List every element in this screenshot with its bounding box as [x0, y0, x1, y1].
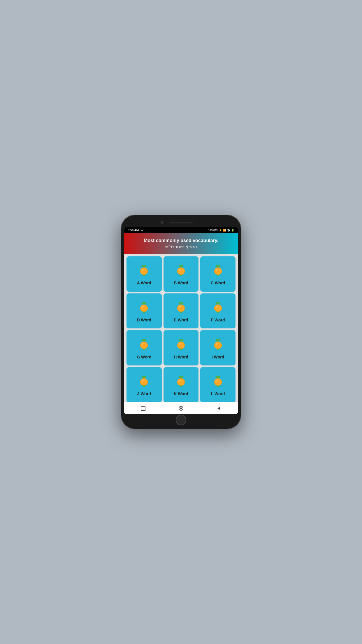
svg-point-2 [140, 268, 147, 275]
svg-point-62 [180, 407, 182, 409]
fruit-icon [138, 301, 150, 314]
phone-bottom [124, 414, 238, 426]
camera [161, 221, 164, 224]
word-label: E Word [174, 318, 188, 322]
home-button[interactable] [176, 415, 186, 425]
svg-point-26 [140, 342, 147, 349]
header-banner: Most commonly used vocabulary. সর্বাধিক … [124, 233, 238, 254]
svg-point-43 [178, 380, 181, 382]
word-label: B Word [174, 281, 188, 285]
svg-point-18 [178, 305, 184, 312]
phone-top [124, 218, 238, 227]
svg-marker-63 [217, 407, 220, 410]
word-label: K Word [174, 391, 188, 396]
svg-point-42 [178, 379, 184, 386]
fruit-icon [212, 374, 224, 387]
word-label: H Word [174, 355, 188, 359]
word-card-l-word[interactable]: L Word [200, 367, 236, 402]
word-card-k-word[interactable]: K Word [164, 367, 199, 402]
svg-point-27 [141, 343, 144, 345]
phone-frame: 6:56 AM •• 193KB/s ⚡ 📶 📡 🔋 Most commonly… [121, 215, 241, 429]
network-speed: 193KB/s [208, 229, 218, 232]
word-card-c-word[interactable]: C Word [200, 256, 236, 292]
app-content: Most commonly used vocabulary. সর্বাধিক … [124, 233, 238, 402]
nav-bar [124, 402, 238, 414]
word-label: C Word [211, 281, 225, 285]
svg-point-47 [215, 380, 218, 382]
fruit-icon [138, 374, 150, 387]
svg-point-34 [215, 342, 222, 349]
svg-point-6 [178, 268, 184, 275]
fruit-icon [175, 264, 187, 276]
word-card-d-word[interactable]: D Word [126, 293, 162, 329]
svg-point-3 [141, 269, 144, 271]
fruit-icon [175, 301, 187, 314]
word-card-j-word[interactable]: J Word [126, 367, 162, 402]
fruit-icon [212, 264, 224, 276]
bluetooth-icon: ⚡ [219, 229, 222, 232]
word-card-e-word[interactable]: E Word [164, 293, 199, 329]
svg-point-23 [215, 306, 218, 308]
fruit-icon [175, 338, 187, 351]
wifi-icon: 📡 [227, 229, 230, 232]
svg-point-14 [140, 305, 147, 312]
word-label: D Word [137, 318, 152, 322]
status-time: 6:56 AM •• [128, 229, 143, 232]
svg-point-38 [140, 379, 147, 386]
svg-point-10 [215, 268, 222, 275]
svg-point-35 [215, 343, 218, 345]
svg-point-22 [215, 305, 222, 312]
word-card-b-word[interactable]: B Word [164, 256, 199, 292]
word-label: G Word [137, 355, 151, 359]
word-card-f-word[interactable]: F Word [200, 293, 236, 329]
word-card-h-word[interactable]: H Word [164, 330, 199, 365]
nav-square-button[interactable] [140, 405, 147, 412]
fruit-icon [138, 338, 150, 351]
svg-point-11 [215, 269, 218, 271]
word-card-i-word[interactable]: I Word [200, 330, 236, 365]
status-right: 193KB/s ⚡ 📶 📡 🔋 [208, 229, 234, 232]
signal-icon: 📶 [223, 229, 226, 232]
fruit-icon [212, 338, 224, 351]
word-grid: A Word B Word C Word D Word [124, 254, 238, 402]
nav-home-button[interactable] [178, 405, 184, 412]
fruit-icon [175, 374, 187, 387]
fruit-icon [138, 264, 150, 276]
word-label: A Word [137, 281, 151, 285]
fruit-icon [212, 301, 224, 314]
word-card-g-word[interactable]: G Word [126, 330, 162, 365]
header-title-en: Most commonly used vocabulary. [130, 238, 232, 243]
phone-screen: 6:56 AM •• 193KB/s ⚡ 📶 📡 🔋 Most commonly… [124, 227, 238, 414]
svg-point-7 [178, 269, 181, 271]
status-bar: 6:56 AM •• 193KB/s ⚡ 📶 📡 🔋 [124, 227, 238, 233]
word-label: L Word [211, 391, 225, 396]
nav-back-button[interactable] [215, 405, 222, 412]
word-card-a-word[interactable]: A Word [126, 256, 162, 292]
svg-point-19 [178, 306, 181, 308]
svg-point-15 [141, 306, 144, 308]
svg-rect-60 [141, 406, 145, 410]
header-title-bn: সর্বাধিক ব্যবহৃত শব্দভাঙার [130, 244, 232, 249]
word-label: I Word [212, 355, 224, 359]
svg-point-46 [215, 379, 222, 386]
svg-point-30 [178, 342, 184, 349]
word-label: J Word [137, 391, 151, 396]
battery-icon: 🔋 [231, 229, 234, 232]
svg-point-39 [141, 380, 144, 382]
word-label: F Word [211, 318, 225, 322]
svg-point-31 [178, 343, 181, 345]
speaker [169, 222, 193, 223]
